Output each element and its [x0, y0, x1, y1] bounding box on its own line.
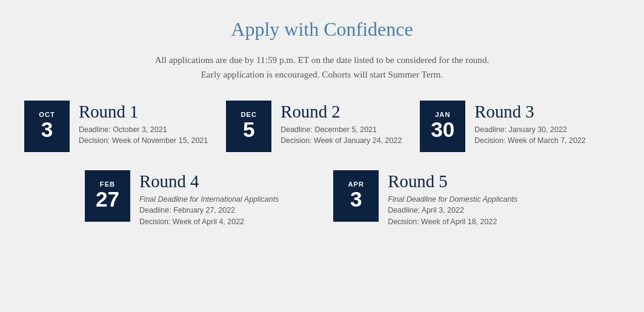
round-info-round5: Round 5Final Deadline for Domestic Appli…	[388, 170, 517, 228]
round-info-round1: Round 1Deadline: October 3, 2021Decision…	[79, 101, 208, 147]
round-italic-note: Final Deadline for Domestic Applicants	[388, 194, 517, 205]
round-decision: Decision: Week of November 15, 2021	[79, 135, 208, 147]
date-box-round2: DEC5	[226, 101, 271, 152]
subtitle-line1: All applications are due by 11:59 p.m. E…	[155, 55, 490, 65]
round-italic-note: Final Deadline for International Applica…	[139, 194, 279, 205]
round-item-round5: APR3Round 5Final Deadline for Domestic A…	[333, 170, 517, 228]
month-label: OCT	[39, 111, 55, 118]
round-item-round3: JAN30Round 3Deadline: January 30, 2022De…	[420, 101, 589, 152]
round-deadline: Deadline: October 3, 2021	[79, 124, 208, 136]
round-deadline: Deadline: April 3, 2022	[388, 205, 517, 216]
date-box-round4: FEB27	[85, 170, 130, 222]
round-item-round2: DEC5Round 2Deadline: December 5, 2021Dec…	[226, 101, 402, 152]
round-item-round1: OCT3Round 1Deadline: October 3, 2021Deci…	[24, 101, 208, 152]
month-label: JAN	[435, 111, 450, 118]
day-number: 30	[431, 118, 454, 142]
subtitle-line2: Early application is encouraged. Cohorts…	[201, 69, 443, 79]
month-label: FEB	[100, 181, 115, 188]
round-info-round3: Round 3Deadline: January 30, 2022Decisio…	[474, 101, 585, 147]
round-deadline: Deadline: December 5, 2021	[281, 124, 402, 136]
round-title: Round 2	[281, 102, 402, 122]
day-number: 3	[350, 188, 362, 211]
month-label: DEC	[241, 111, 257, 118]
date-box-round1: OCT3	[24, 101, 70, 152]
round-decision: Decision: Week of March 7, 2022	[474, 135, 585, 147]
round-deadline: Deadline: February 27, 2022	[139, 205, 279, 216]
round-decision: Decision: Week of April 18, 2022	[388, 216, 517, 228]
rounds-bottom-row: FEB27Round 4Final Deadline for Internati…	[24, 170, 620, 234]
round-info-round2: Round 2Deadline: December 5, 2021Decisio…	[281, 101, 402, 147]
date-box-round3: JAN30	[420, 101, 465, 152]
day-number: 5	[243, 118, 255, 142]
page-title: Apply with Confidence	[24, 18, 620, 41]
subtitle: All applications are due by 11:59 p.m. E…	[24, 53, 620, 82]
round-decision: Decision: Week of April 4, 2022	[139, 216, 279, 228]
day-number: 27	[96, 188, 119, 211]
rounds-top-row: OCT3Round 1Deadline: October 3, 2021Deci…	[24, 101, 620, 158]
round-decision: Decision: Week of January 24, 2022	[281, 135, 402, 147]
round-title: Round 4	[139, 171, 279, 191]
round-title: Round 3	[474, 102, 585, 122]
round-info-round4: Round 4Final Deadline for International …	[139, 170, 279, 228]
month-label: APR	[348, 181, 365, 188]
day-number: 3	[41, 118, 53, 142]
round-title: Round 1	[79, 102, 208, 122]
round-item-round4: FEB27Round 4Final Deadline for Internati…	[85, 170, 279, 228]
round-title: Round 5	[388, 171, 517, 191]
round-deadline: Deadline: January 30, 2022	[474, 124, 585, 136]
date-box-round5: APR3	[333, 170, 379, 222]
